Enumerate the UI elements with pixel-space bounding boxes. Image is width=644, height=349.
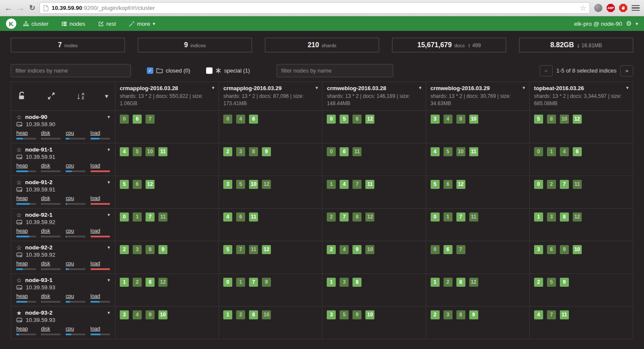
primary-shard-12[interactable]: 12 xyxy=(146,180,155,189)
replica-shard-5[interactable]: 5 xyxy=(547,278,556,287)
replica-shard-3[interactable]: 3 xyxy=(236,147,245,156)
node-stat-label-load[interactable]: load xyxy=(91,163,100,169)
star-outline-icon[interactable]: ☆ xyxy=(16,277,22,284)
caret-down-icon[interactable]: ▾ xyxy=(107,245,110,250)
primary-shard-9[interactable]: 9 xyxy=(560,278,569,287)
primary-shard-0[interactable]: 0 xyxy=(223,278,232,287)
primary-shard-10[interactable]: 10 xyxy=(158,310,167,319)
primary-shard-7[interactable]: 7 xyxy=(146,212,155,222)
replica-shard-7[interactable]: 7 xyxy=(236,245,245,254)
node-stat-label-cpu[interactable]: cpu xyxy=(66,261,74,267)
browser-back-button[interactable]: ← xyxy=(4,4,12,12)
browser-reload-button[interactable]: ↻ xyxy=(29,4,35,12)
pagination-prev-button[interactable]: « xyxy=(540,65,553,76)
replica-shard-6[interactable]: 6 xyxy=(133,180,142,189)
node-stat-label-load[interactable]: load xyxy=(91,261,100,267)
node-stat-label-cpu[interactable]: cpu xyxy=(66,293,74,299)
replica-shard-9[interactable]: 9 xyxy=(456,115,465,124)
caret-down-icon[interactable]: ▾ xyxy=(107,179,110,185)
replica-shard-3[interactable]: 3 xyxy=(340,278,349,287)
replica-shard-10[interactable]: 10 xyxy=(146,147,155,156)
node-stat-label-load[interactable]: load xyxy=(91,228,100,234)
browser-forward-button[interactable]: → xyxy=(17,4,25,12)
replica-shard-2[interactable]: 2 xyxy=(444,278,453,287)
replica-shard-3[interactable]: 3 xyxy=(133,245,142,254)
primary-shard-7[interactable]: 7 xyxy=(249,278,258,287)
replica-shard-7[interactable]: 7 xyxy=(352,180,361,189)
replica-shard-4[interactable]: 4 xyxy=(560,147,569,156)
primary-shard-9[interactable]: 9 xyxy=(158,245,167,254)
replica-shard-8[interactable]: 8 xyxy=(547,115,556,124)
replica-shard-4[interactable]: 4 xyxy=(133,310,142,319)
node-stat-label-disk[interactable]: disk xyxy=(41,228,50,234)
primary-shard-12[interactable]: 12 xyxy=(365,115,374,124)
sort-alpha-icon[interactable]: ↓AZ xyxy=(76,91,84,100)
node-stat-label-disk[interactable]: disk xyxy=(41,326,50,332)
primary-shard-3[interactable]: 3 xyxy=(223,180,232,189)
filter-indices-input[interactable] xyxy=(11,64,131,77)
replica-shard-8[interactable]: 8 xyxy=(456,310,465,319)
caret-down-icon[interactable]: ▾ xyxy=(316,85,318,91)
replica-shard-1[interactable]: 1 xyxy=(547,147,556,156)
replica-shard-4[interactable]: 4 xyxy=(444,115,453,124)
replica-shard-9[interactable]: 9 xyxy=(352,310,361,319)
primary-shard-0[interactable]: 0 xyxy=(431,212,440,222)
primary-shard-3[interactable]: 3 xyxy=(431,115,440,124)
primary-shard-6[interactable]: 6 xyxy=(444,245,453,254)
node-stat-label-heap[interactable]: heap xyxy=(16,130,28,136)
replica-shard-12[interactable]: 12 xyxy=(262,180,271,189)
node-stat-label-disk[interactable]: disk xyxy=(41,195,50,201)
replica-shard-10[interactable]: 10 xyxy=(262,310,271,319)
replica-shard-6[interactable]: 6 xyxy=(547,245,556,254)
primary-shard-6[interactable]: 6 xyxy=(573,147,582,156)
primary-shard-5[interactable]: 5 xyxy=(534,115,543,124)
primary-shard-1[interactable]: 1 xyxy=(223,310,232,319)
replica-shard-1[interactable]: 1 xyxy=(236,278,245,287)
primary-shard-1[interactable]: 1 xyxy=(534,212,543,222)
filter-nodes-input[interactable] xyxy=(276,64,393,77)
caret-down-icon[interactable]: ▾ xyxy=(107,310,110,316)
primary-shard-4[interactable]: 4 xyxy=(534,310,543,319)
node-stat-label-load[interactable]: load xyxy=(91,195,100,201)
node-stat-label-cpu[interactable]: cpu xyxy=(66,163,74,169)
replica-shard-1[interactable]: 1 xyxy=(444,212,453,222)
primary-shard-10[interactable]: 10 xyxy=(573,245,582,254)
primary-shard-11[interactable]: 11 xyxy=(560,310,569,319)
caret-down-icon[interactable]: ▾ xyxy=(212,85,215,91)
node-stat-label-disk[interactable]: disk xyxy=(41,261,50,267)
primary-shard-1[interactable]: 1 xyxy=(327,278,336,287)
replica-shard-0[interactable]: 0 xyxy=(327,147,336,156)
primary-shard-0[interactable]: 0 xyxy=(120,212,129,222)
replica-shard-10[interactable]: 10 xyxy=(456,147,465,156)
caret-down-icon[interactable]: ▾ xyxy=(626,85,629,91)
url-bar[interactable]: 10.39.59.90:9200/_plugin/kopf/#!/cluster… xyxy=(39,2,590,14)
replica-shard-11[interactable]: 11 xyxy=(573,180,582,189)
replica-shard-3[interactable]: 3 xyxy=(547,212,556,222)
star-outline-icon[interactable]: ☆ xyxy=(16,212,22,219)
primary-shard-8[interactable]: 8 xyxy=(560,212,569,222)
index-name-row[interactable]: crmweblog-2016.03.29▾ xyxy=(431,85,525,91)
replica-shard-0[interactable]: 0 xyxy=(120,115,129,124)
replica-shard-0[interactable]: 0 xyxy=(431,245,440,254)
star-filled-icon[interactable]: ★ xyxy=(16,310,22,316)
replica-shard-2[interactable]: 2 xyxy=(133,278,142,287)
replica-shard-10[interactable]: 10 xyxy=(560,115,569,124)
special-checkbox[interactable] xyxy=(206,67,213,74)
primary-shard-3[interactable]: 3 xyxy=(534,245,543,254)
unlock-shards-icon[interactable] xyxy=(18,91,26,100)
node-stat-label-heap[interactable]: heap xyxy=(16,195,28,201)
primary-shard-11[interactable]: 11 xyxy=(469,147,478,156)
primary-shard-9[interactable]: 9 xyxy=(469,310,478,319)
nav-item-rest[interactable]: rest xyxy=(98,21,116,27)
node-stat-label-cpu[interactable]: cpu xyxy=(66,228,74,234)
replica-shard-8[interactable]: 8 xyxy=(352,212,361,222)
primary-shard-7[interactable]: 7 xyxy=(340,212,349,222)
replica-shard-11[interactable]: 11 xyxy=(469,212,478,222)
replica-shard-1[interactable]: 1 xyxy=(133,212,142,222)
replica-shard-6[interactable]: 6 xyxy=(352,115,361,124)
replica-shard-11[interactable]: 11 xyxy=(249,245,258,254)
primary-shard-4[interactable]: 4 xyxy=(340,180,349,189)
primary-shard-12[interactable]: 12 xyxy=(573,115,582,124)
primary-shard-11[interactable]: 11 xyxy=(365,180,374,189)
primary-shard-3[interactable]: 3 xyxy=(327,310,336,319)
